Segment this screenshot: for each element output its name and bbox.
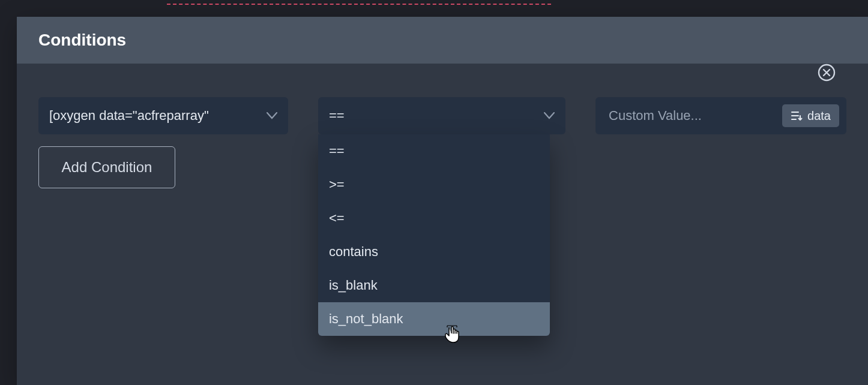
add-condition-button[interactable]: Add Condition — [38, 146, 175, 188]
operator-select[interactable]: == == >= <= contains — [318, 97, 565, 134]
data-button-label: data — [807, 109, 831, 123]
close-icon — [816, 74, 837, 85]
operator-option-label: is_blank — [329, 278, 378, 293]
operator-select-value: == — [329, 108, 345, 124]
operator-option-label: == — [329, 143, 345, 159]
panel-header: Conditions — [17, 17, 868, 64]
operator-option-label: <= — [329, 210, 345, 226]
field-select[interactable]: [oxygen data="acfreparray" — [38, 97, 288, 134]
chevron-down-icon — [256, 112, 277, 119]
operator-option-label: >= — [329, 177, 345, 192]
chevron-down-icon — [533, 112, 555, 119]
operator-option-label: is_not_blank — [329, 311, 403, 327]
close-button[interactable] — [816, 62, 837, 83]
operator-option-lte[interactable]: <= — [318, 201, 550, 235]
operator-option-label: contains — [329, 244, 378, 260]
operator-dropdown: == >= <= contains is_blank is_ — [318, 134, 550, 336]
conditions-panel: Conditions [oxygen data="acfreparray" == — [17, 17, 868, 385]
operator-option-is-not-blank[interactable]: is_not_blank — [318, 302, 550, 336]
data-icon — [791, 110, 803, 121]
panel-title: Conditions — [38, 31, 126, 50]
field-select-value: [oxygen data="acfreparray" — [49, 108, 209, 124]
operator-option-is-blank[interactable]: is_blank — [318, 269, 550, 302]
add-condition-label: Add Condition — [62, 159, 152, 176]
operator-option-gte[interactable]: >= — [318, 168, 550, 201]
operator-option-contains[interactable]: contains — [318, 235, 550, 269]
value-input[interactable] — [607, 107, 775, 124]
condition-row: [oxygen data="acfreparray" == == >= — [38, 97, 846, 134]
panel-body: [oxygen data="acfreparray" == == >= — [17, 64, 868, 222]
operator-option-eq[interactable]: == — [318, 134, 550, 168]
data-button[interactable]: data — [782, 104, 839, 127]
value-field-container: data — [595, 97, 846, 134]
